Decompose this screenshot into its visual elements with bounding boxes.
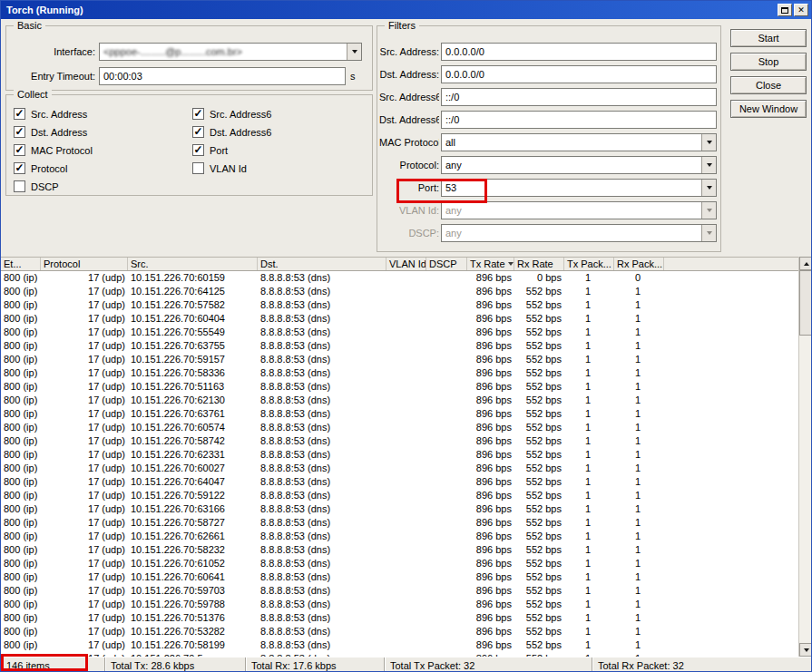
interface-combobox[interactable]: <pppoe-.........@p.........com.br> [99, 43, 362, 61]
cell: 896 bps [467, 394, 514, 407]
cell: 17 (udp) [41, 625, 128, 638]
checkbox-vlan-id[interactable]: VLAN Id [192, 162, 271, 174]
table-row[interactable]: 800 (ip)17 (udp)10.151.226.70:637558.8.8… [1, 339, 798, 353]
checked-checkbox-icon[interactable]: ✓ [14, 162, 25, 174]
table-row[interactable]: 800 (ip)17 (udp)10.151.226.70:600278.8.8… [1, 462, 798, 475]
unchecked-checkbox-icon[interactable] [14, 180, 25, 192]
cell: 17 (udp) [41, 584, 128, 598]
table-row[interactable]: 800 (ip)17 (udp)10.151.226.70:637618.8.8… [1, 407, 798, 421]
unchecked-checkbox-icon[interactable] [192, 162, 204, 174]
column-header-rx-pack[interactable]: Rx Pack... [614, 258, 664, 270]
cell: 8.8.8.8:53 (dns) [258, 475, 386, 489]
column-header-rx-rate[interactable]: Rx Rate [514, 258, 564, 270]
scrollbar-thumb[interactable] [799, 270, 812, 336]
checkbox-protocol[interactable]: ✓Protocol [14, 162, 93, 174]
table-row[interactable]: 800 (ip)17 (udp)10.151.226.70:582328.8.8… [1, 543, 798, 557]
checkbox-dst-address[interactable]: ✓Dst. Address [14, 126, 93, 138]
checkbox-src-address[interactable]: ✓Src. Address [14, 108, 93, 120]
table-row[interactable]: 800 (ip)17 (udp)10.151.226.70:605748.8.8… [1, 421, 798, 434]
cell: 10.151.226.70:60159 [128, 271, 258, 285]
cell [386, 271, 426, 285]
cell [386, 584, 426, 598]
close-button[interactable]: ✕ [794, 4, 808, 16]
cell: 8.8.8.8:53 (dns) [258, 298, 386, 312]
vertical-scrollbar[interactable] [798, 257, 812, 657]
table-row[interactable]: 800 (ip)17 (udp)10.151.226.70:640478.8.8… [1, 475, 798, 489]
checkbox-port[interactable]: ✓Port [192, 144, 271, 156]
stop-button[interactable]: Stop [730, 53, 807, 71]
checked-checkbox-icon[interactable]: ✓ [14, 126, 25, 138]
filter-select-mac-protocol[interactable]: all [441, 133, 717, 151]
close-window-button[interactable]: Close [730, 76, 807, 94]
table-row[interactable]: 800 (ip)17 (udp)10.151.226.70:606418.8.8… [1, 570, 798, 584]
table-row[interactable]: 800 (ip)17 (udp)10.151.226.70:597888.8.8… [1, 598, 798, 611]
table-row[interactable]: 800 (ip)17 (udp)10.151.226.70:581998.8.8… [1, 638, 798, 652]
new-window-button[interactable]: New Window [730, 100, 807, 118]
table-row[interactable]: 800 (ip)17 (udp)10.151.226.70:591578.8.8… [1, 353, 798, 366]
checked-checkbox-icon[interactable]: ✓ [14, 144, 25, 156]
filter-input-dst-address6[interactable] [441, 111, 717, 129]
column-header-tx-pack[interactable]: Tx Pack... [564, 258, 614, 270]
dropdown-button[interactable] [701, 157, 716, 173]
column-header-src[interactable]: Src. [128, 258, 258, 270]
table-row[interactable]: 800 (ip)17 (udp)10.151.226.70:641258.8.8… [1, 285, 798, 298]
dropdown-button[interactable] [701, 225, 716, 241]
filter-input-dst-address[interactable] [441, 65, 717, 83]
column-header-et[interactable]: Et... [1, 258, 41, 270]
table-row[interactable]: 800 (ip)17 (udp)10.151.226.70:626618.8.8… [1, 530, 798, 543]
scroll-down-button[interactable] [799, 643, 812, 657]
table-row[interactable]: 800 (ip)17 (udp)10.151.226.70:583368.8.8… [1, 366, 798, 380]
column-header-dst[interactable]: Dst. [258, 258, 386, 270]
table-row[interactable]: 800 (ip)17 (udp)10.151.226.70:604048.8.8… [1, 312, 798, 326]
checked-checkbox-icon[interactable]: ✓ [192, 144, 204, 156]
table-row[interactable]: 800 (ip)17 (udp)10.151.226.70:591228.8.8… [1, 489, 798, 502]
table-row[interactable]: 800 (ip)17 (udp)10.151.226.70:555498.8.8… [1, 326, 798, 339]
start-button[interactable]: Start [730, 29, 807, 47]
titlebar[interactable]: Torch (Running) ✕ [1, 1, 811, 19]
dropdown-button[interactable] [701, 134, 716, 151]
table-row[interactable]: 800 (ip)17 (udp)10.151.226.70:623318.8.8… [1, 448, 798, 462]
column-header-dscp[interactable]: DSCP [426, 258, 467, 270]
table-row[interactable]: 800 (ip)17 (udp)10.151.226.70:601598.8.8… [1, 271, 798, 285]
filter-select-vlan-id[interactable]: any [441, 201, 717, 219]
filter-input-src-address6[interactable] [441, 88, 717, 106]
maximize-button[interactable] [778, 4, 792, 16]
checkbox-mac-protocol[interactable]: ✓MAC Protocol [14, 144, 93, 156]
table-row[interactable]: 800 (ip)17 (udp)10.151.226.70:621308.8.8… [1, 394, 798, 407]
filter-select-dscp[interactable]: any [441, 224, 717, 242]
dropdown-button[interactable] [701, 202, 716, 219]
table-row[interactable]: 800 (ip)17 (udp)10.151.226.70:597038.8.8… [1, 584, 798, 598]
filter-select-port[interactable]: 53 [441, 179, 717, 197]
column-header-vlan-id[interactable]: VLAN Id [386, 258, 426, 270]
cell: 1 [564, 638, 614, 652]
checked-checkbox-icon[interactable]: ✓ [192, 126, 204, 138]
scroll-up-button[interactable] [799, 257, 812, 270]
checked-checkbox-icon[interactable]: ✓ [192, 108, 204, 120]
table-row[interactable]: 800 (ip)17 (udp)10.151.226.70:587428.8.8… [1, 434, 798, 448]
dropdown-button[interactable] [701, 180, 716, 196]
cell: 1 [614, 421, 664, 434]
column-header-tx-rate[interactable]: Tx Rate [467, 258, 514, 270]
cell: 896 bps [467, 312, 514, 326]
table-row[interactable]: 800 (ip)17 (udp)10.151.226.70:631668.8.8… [1, 502, 798, 516]
filter-label: DSCP: [379, 228, 439, 239]
filter-input-src-address[interactable] [441, 43, 717, 61]
cell: 552 bps [514, 407, 564, 421]
cell: 8.8.8.8:53 (dns) [258, 638, 386, 652]
checkbox-src-address6[interactable]: ✓Src. Address6 [192, 108, 271, 120]
interface-dropdown-button[interactable] [347, 44, 361, 60]
table-row[interactable]: 800 (ip)17 (udp)10.151.226.70:513768.8.8… [1, 611, 798, 625]
table-row[interactable]: 800 (ip)17 (udp)10.151.226.70:511638.8.8… [1, 380, 798, 394]
table-header: Et...ProtocolSrc.Dst.VLAN IdDSCPTx RateR… [1, 258, 798, 271]
checkbox-dscp[interactable]: DSCP [14, 180, 93, 192]
filter-select-protocol[interactable]: any [441, 156, 717, 174]
checkbox-dst-address6[interactable]: ✓Dst. Address6 [192, 126, 271, 138]
table-row[interactable]: 800 (ip)17 (udp)10.151.226.70:575828.8.8… [1, 298, 798, 312]
table-row[interactable]: 800 (ip)17 (udp)10.151.226.70:610528.8.8… [1, 557, 798, 570]
checked-checkbox-icon[interactable]: ✓ [14, 108, 25, 120]
column-header-protocol[interactable]: Protocol [41, 258, 128, 270]
table-row[interactable]: 800 (ip)17 (udp)10.151.226.70:587278.8.8… [1, 516, 798, 530]
table-row[interactable]: 800 (ip)17 (udp)10.151.226.70:532828.8.8… [1, 625, 798, 638]
cell: 896 bps [467, 380, 514, 394]
entry-timeout-input[interactable] [99, 67, 346, 85]
